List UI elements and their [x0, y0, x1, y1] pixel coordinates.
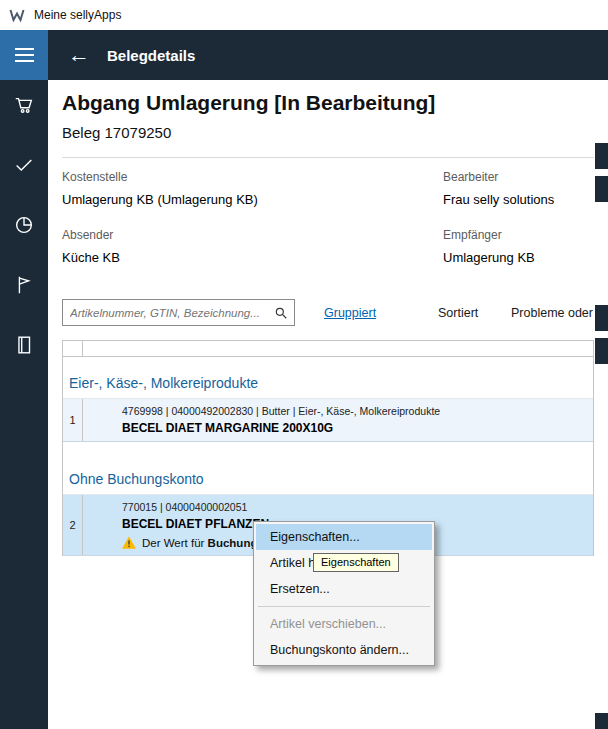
group-header-label: Ohne Buchungskonto [69, 471, 204, 487]
field-kostenstelle: Kostenstelle Umlagerung KB (Umlagerung K… [62, 170, 342, 207]
hamburger-icon [15, 48, 34, 50]
menu-item-ersetzen[interactable]: Ersetzen... [256, 576, 432, 602]
field-empfaenger-label: Empfänger [443, 228, 603, 242]
document-number: Beleg 17079250 [62, 124, 171, 141]
window-title: Meine sellyApps [34, 8, 121, 22]
filter-sortiert-link[interactable]: Sortiert [438, 306, 478, 320]
nav-item-notebook[interactable] [0, 334, 48, 394]
warning-text-prefix: Der Wert für [142, 537, 208, 549]
warning-icon [122, 536, 136, 549]
filter-probleme-link[interactable]: Probleme oder Fehler [511, 306, 595, 320]
pie-chart-icon [13, 214, 35, 236]
search-button[interactable] [268, 300, 294, 325]
clipped-bottom-bar [595, 713, 608, 729]
field-absender-label: Absender [62, 228, 342, 242]
article-meta: 4769998 | 04000492002830 | Butter | Eier… [122, 405, 589, 417]
group-header-molkereiprodukte: Eier-, Käse-, Molkereiprodukte [63, 357, 593, 399]
article-meta: 770015 | 04000400002051 [122, 501, 589, 513]
search-input[interactable] [63, 307, 268, 319]
app-logo-icon [9, 7, 25, 23]
field-bearbeiter: Bearbeiter Frau selly solutions [443, 170, 603, 207]
nav-item-flag[interactable] [0, 274, 48, 334]
list-header-number-column [63, 341, 83, 356]
field-bearbeiter-value: Frau selly solutions [443, 192, 603, 207]
clipped-action-button-4[interactable] [595, 338, 608, 364]
menu-item-artikel-verschieben: Artikel verschieben... [256, 611, 432, 637]
title-bar: Meine sellyApps [0, 0, 608, 30]
app-window: Meine sellyApps ← Belegdetails [0, 0, 608, 729]
hamburger-menu-button[interactable] [0, 30, 48, 80]
field-empfaenger-value: Umlagerung KB [443, 250, 603, 265]
clipped-action-button-1[interactable] [595, 143, 608, 169]
field-absender-value: Küche KB [62, 250, 342, 265]
shopping-cart-icon [13, 94, 35, 116]
menu-item-eigenschaften[interactable]: Eigenschaften... [256, 524, 432, 550]
tooltip: Eigenschaften [313, 553, 399, 572]
side-nav [0, 80, 48, 729]
field-absender: Absender Küche KB [62, 228, 342, 265]
back-button[interactable]: ← [68, 44, 90, 66]
article-row-1[interactable]: 1 4769998 | 04000492002830 | Butter | Ei… [63, 399, 593, 442]
clipped-action-button-2[interactable] [595, 176, 608, 202]
field-empfaenger: Empfänger Umlagerung KB [443, 228, 603, 265]
group-header-ohne-buchungskonto: Ohne Buchungskonto [63, 442, 593, 495]
field-kostenstelle-label: Kostenstelle [62, 170, 342, 184]
app-header: ← Belegdetails [0, 30, 608, 80]
document-title: Abgang Umlagerung [In Bearbeitung] [62, 91, 435, 115]
page-header-title: Belegdetails [107, 47, 195, 64]
list-header-main-column [83, 341, 593, 356]
filter-gruppiert-link[interactable]: Gruppiert [324, 306, 376, 320]
context-menu: Eigenschaften... Artikel hinzufügen... E… [253, 521, 435, 666]
search-box [62, 299, 295, 326]
menu-item-buchungskonto-aendern[interactable]: Buchungskonto ändern... [256, 637, 432, 663]
clipped-action-button-3[interactable] [595, 305, 608, 331]
row-number: 1 [63, 399, 83, 441]
row-number: 2 [63, 495, 83, 555]
flag-icon [13, 274, 35, 296]
field-kostenstelle-value: Umlagerung KB (Umlagerung KB) [62, 192, 342, 207]
menu-separator [258, 606, 430, 607]
row-content: 4769998 | 04000492002830 | Butter | Eier… [83, 399, 593, 441]
nav-item-statistics[interactable] [0, 214, 48, 274]
notebook-icon [13, 334, 35, 356]
divider [62, 157, 594, 158]
nav-item-tasks[interactable] [0, 154, 48, 214]
nav-item-cart[interactable] [0, 94, 48, 154]
article-name: BECEL DIAET MARGARINE 200X10G [122, 421, 589, 435]
checkmark-icon [13, 154, 35, 176]
field-bearbeiter-label: Bearbeiter [443, 170, 603, 184]
group-header-label: Eier-, Käse-, Molkereiprodukte [69, 375, 258, 391]
search-icon [274, 306, 288, 320]
list-header-row [63, 341, 593, 357]
